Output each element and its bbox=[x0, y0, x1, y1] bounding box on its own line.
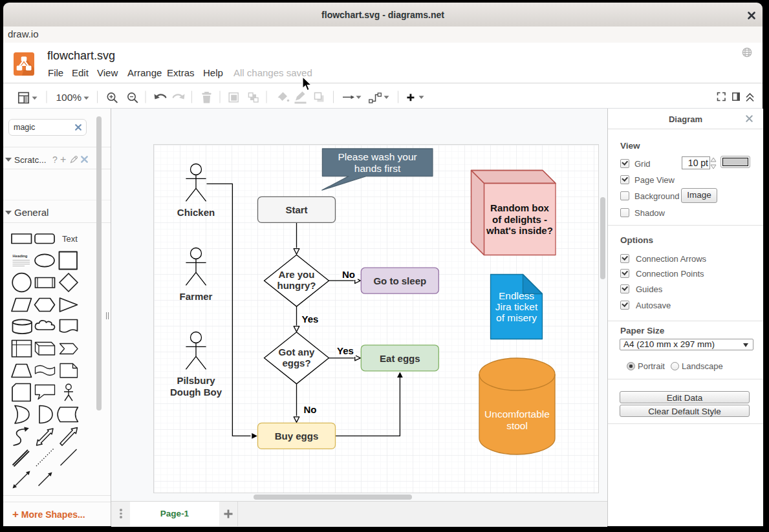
svg-text:Are you: Are you bbox=[279, 269, 315, 280]
svg-text:eggs?: eggs? bbox=[282, 357, 310, 368]
svg-text:Endless: Endless bbox=[499, 290, 534, 301]
svg-text:No: No bbox=[342, 269, 355, 280]
svg-text:stool: stool bbox=[506, 420, 528, 431]
svg-text:Eat eggs: Eat eggs bbox=[380, 353, 420, 364]
svg-text:Got any: Got any bbox=[279, 346, 315, 357]
svg-text:100%: 100% bbox=[56, 92, 82, 103]
svg-text:Chicken: Chicken bbox=[177, 207, 215, 218]
svg-text:Start: Start bbox=[285, 204, 307, 215]
svg-text:Jira ticket: Jira ticket bbox=[495, 301, 538, 312]
svg-text:Yes: Yes bbox=[302, 314, 319, 325]
svg-text:hands first: hands first bbox=[354, 163, 401, 174]
svg-text:Text: Text bbox=[62, 234, 78, 244]
svg-text:Uncomfortable: Uncomfortable bbox=[484, 409, 550, 420]
svg-text:of delights -: of delights - bbox=[492, 214, 547, 225]
svg-text:Please wash your: Please wash your bbox=[338, 151, 417, 162]
svg-text:Buy eggs: Buy eggs bbox=[275, 431, 319, 442]
svg-text:Farmer: Farmer bbox=[180, 291, 213, 302]
svg-text:Yes: Yes bbox=[337, 345, 354, 356]
svg-text:what's inside?: what's inside? bbox=[486, 225, 553, 236]
svg-text:Go to sleep: Go to sleep bbox=[373, 275, 426, 286]
svg-text:No: No bbox=[304, 404, 317, 415]
svg-text:Heading: Heading bbox=[13, 254, 28, 258]
svg-text:Dough Boy: Dough Boy bbox=[170, 387, 222, 398]
svg-text:of misery: of misery bbox=[496, 312, 537, 323]
svg-text:hungry?: hungry? bbox=[277, 280, 316, 291]
svg-text:Random box: Random box bbox=[490, 202, 549, 213]
svg-text:Pilsbury: Pilsbury bbox=[177, 375, 215, 386]
